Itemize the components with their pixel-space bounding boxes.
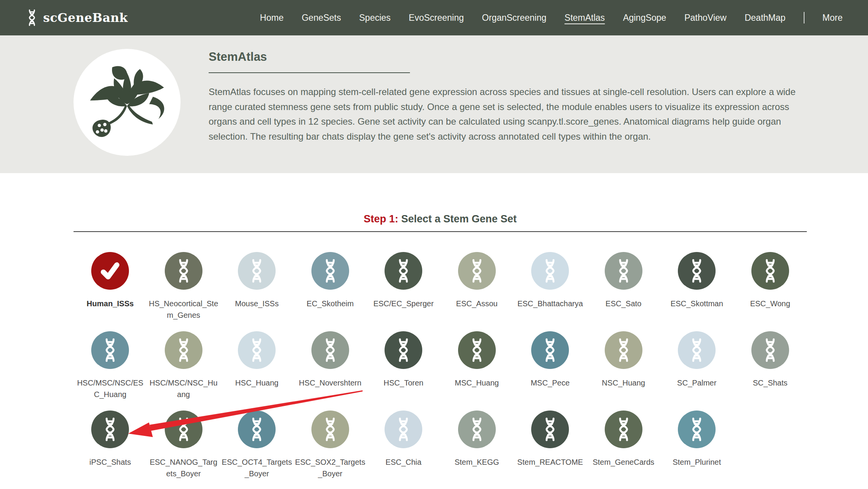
- gene-set-item[interactable]: Stem_Plurinet: [660, 411, 734, 479]
- gene-set-item[interactable]: HS_Neocortical_Stem_Genes: [147, 252, 221, 321]
- gene-set-item[interactable]: Stem_GeneCards: [587, 411, 661, 479]
- gene-set-label: MSC_Huang: [455, 377, 499, 389]
- dna-icon: [165, 331, 202, 369]
- dna-icon: [385, 331, 422, 369]
- check-icon: [91, 252, 129, 290]
- gene-set-label: Stem_GeneCards: [593, 456, 654, 468]
- dna-icon: [238, 411, 276, 448]
- gene-set-label: Mouse_ISSs: [235, 298, 279, 309]
- gene-set-label: HSC_Toren: [384, 377, 423, 389]
- gene-set-label: Stem_KEGG: [455, 456, 499, 468]
- title-underline: [209, 72, 410, 73]
- dna-icon: [531, 331, 569, 369]
- gene-set-item[interactable]: ESC_Assou: [440, 252, 514, 321]
- dna-icon: [458, 411, 496, 448]
- dna-icon: [678, 331, 716, 369]
- gene-set-label: HSC/MSC/NSC/ESC_Huang: [74, 377, 146, 400]
- nav-item-agingsope[interactable]: AgingSope: [623, 13, 666, 23]
- dna-icon: [751, 331, 789, 369]
- gene-set-label: ESC_Assou: [456, 298, 498, 309]
- gene-set-item[interactable]: iPSC_Shats: [74, 411, 147, 479]
- gene-set-item[interactable]: ESC_Sato: [587, 252, 661, 321]
- hero-text: StemAtlas StemAtlas focuses on mapping s…: [209, 50, 804, 144]
- top-navigation: scGeneBank HomeGeneSetsSpeciesEvoScreeni…: [0, 0, 868, 35]
- gene-set-item[interactable]: Human_ISSs: [74, 252, 147, 321]
- gene-set-label: Stem_REACTOME: [517, 456, 583, 468]
- nav-item-evoscreening[interactable]: EvoScreening: [409, 13, 464, 23]
- gene-set-grid: Human_ISSsHS_Neocortical_Stem_GenesMouse…: [74, 252, 807, 479]
- dna-icon: [311, 252, 349, 290]
- gene-set-item[interactable]: Stem_KEGG: [440, 411, 514, 479]
- dna-icon: [605, 331, 642, 369]
- dna-icon: [605, 252, 642, 290]
- dna-icon: [678, 411, 716, 448]
- gene-set-item[interactable]: MSC_Pece: [513, 331, 587, 400]
- gene-set-label: SC_Palmer: [677, 377, 716, 389]
- step1-heading: Step 1: Select a Stem Gene Set: [74, 173, 807, 225]
- gene-set-label: NSC_Huang: [602, 377, 645, 389]
- nav-item-genesets[interactable]: GeneSets: [302, 13, 341, 23]
- gene-set-label: Stem_Plurinet: [672, 456, 721, 468]
- gene-set-item[interactable]: SC_Palmer: [660, 331, 734, 400]
- gene-set-label: ESC_NANOG_Targets_Boyer: [148, 456, 219, 479]
- hero-section: StemAtlas StemAtlas focuses on mapping s…: [0, 35, 868, 173]
- dna-icon: [385, 252, 422, 290]
- gene-set-item[interactable]: ESC_NANOG_Targets_Boyer: [147, 411, 221, 479]
- nav-item-more[interactable]: More: [823, 13, 843, 23]
- step1-divider: [74, 231, 807, 232]
- dna-icon: [605, 411, 642, 448]
- main-content: Step 1: Select a Stem Gene Set Human_ISS…: [0, 173, 868, 489]
- gene-set-item[interactable]: Stem_REACTOME: [513, 411, 587, 479]
- gene-set-label: HSC_Huang: [235, 377, 278, 389]
- gene-set-item[interactable]: EC_Skotheim: [294, 252, 367, 321]
- dna-icon: [91, 411, 129, 448]
- gene-set-item[interactable]: ESC/EC_Sperger: [367, 252, 440, 321]
- gene-set-item[interactable]: HSC/MSC/NSC/ESC_Huang: [74, 331, 147, 400]
- gene-set-label: ESC_SOX2_Targets_Boyer: [294, 456, 366, 479]
- gene-set-item[interactable]: ESC_SOX2_Targets_Boyer: [294, 411, 367, 479]
- nav-item-pathoview[interactable]: PathoView: [684, 13, 727, 23]
- gene-set-item[interactable]: ESC_Skottman: [660, 252, 734, 321]
- dna-icon: [678, 252, 716, 290]
- gene-set-label: ESC_Bhattacharya: [517, 298, 583, 309]
- gene-set-item[interactable]: HSC_Toren: [367, 331, 440, 400]
- dna-icon: [165, 252, 202, 290]
- gene-set-label: ESC_OCT4_Targets_Boyer: [221, 456, 293, 479]
- brand-logo[interactable]: scGeneBank: [25, 8, 128, 27]
- gene-set-label: HS_Neocortical_Stem_Genes: [148, 298, 219, 321]
- nav-links: HomeGeneSetsSpeciesEvoScreeningOrganScre…: [260, 12, 843, 23]
- dna-icon: [25, 8, 38, 27]
- gene-set-label: EC_Skotheim: [307, 298, 354, 309]
- nav-item-organscreening[interactable]: OrganScreening: [482, 13, 547, 23]
- dna-icon: [311, 411, 349, 448]
- gene-set-label: ESC_Sato: [605, 298, 641, 309]
- nav-item-home[interactable]: Home: [260, 13, 283, 23]
- gene-set-item[interactable]: SC_Shats: [734, 331, 807, 400]
- gene-set-item[interactable]: NSC_Huang: [587, 331, 661, 400]
- gene-set-item[interactable]: ESC_Bhattacharya: [513, 252, 587, 321]
- gene-set-item[interactable]: ESC_OCT4_Targets_Boyer: [220, 411, 294, 479]
- gene-set-item[interactable]: ESC_Chia: [367, 411, 440, 479]
- gene-set-label: ESC_Wong: [750, 298, 790, 309]
- step1-title: Select a Stem Gene Set: [401, 213, 517, 225]
- dna-icon: [385, 411, 422, 448]
- dna-icon: [238, 331, 276, 369]
- dna-icon: [458, 331, 496, 369]
- nav-item-stematlas[interactable]: StemAtlas: [565, 13, 605, 23]
- nav-item-species[interactable]: Species: [359, 13, 391, 23]
- dna-icon: [531, 252, 569, 290]
- gene-set-item[interactable]: ESC_Wong: [734, 252, 807, 321]
- dna-icon: [91, 331, 129, 369]
- gene-set-label: HSC/MSC/NSC_Huang: [148, 377, 219, 400]
- nav-item-deathmap[interactable]: DeathMap: [744, 13, 785, 23]
- gene-set-item[interactable]: MSC_Huang: [440, 331, 514, 400]
- gene-set-item[interactable]: HSC_Huang: [220, 331, 294, 400]
- gene-set-label: MSC_Pece: [531, 377, 570, 389]
- gene-set-label: ESC_Skottman: [671, 298, 723, 309]
- flower-illustration: [74, 49, 181, 156]
- gene-set-label: ESC_Chia: [386, 456, 421, 468]
- gene-set-item[interactable]: HSC/MSC/NSC_Huang: [147, 331, 221, 400]
- step1-prefix: Step 1:: [364, 213, 398, 225]
- gene-set-item[interactable]: HSC_Novershtern: [294, 331, 367, 400]
- gene-set-item[interactable]: Mouse_ISSs: [220, 252, 294, 321]
